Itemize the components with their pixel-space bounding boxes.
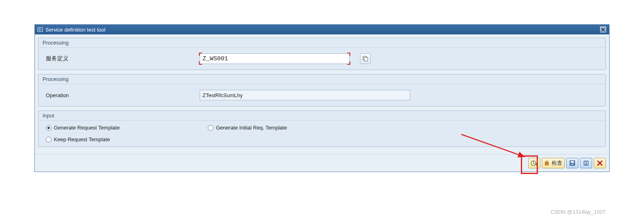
service-definition-label: 服务定义	[46, 55, 192, 62]
group-processing-2: Processing Operation	[38, 74, 606, 106]
radio-icon	[46, 125, 51, 131]
dialog-title: Service definition test tool	[45, 27, 105, 33]
svg-rect-2	[364, 57, 368, 61]
group-processing-1: Processing 服务定义	[38, 38, 606, 70]
dialog-window: Service definition test tool Processing …	[34, 24, 610, 172]
radio-generate-initial-req-template[interactable]: Generate Initial Req. Template	[208, 125, 370, 131]
radio-icon	[208, 125, 213, 131]
watermark: CSDN @1314lay_1007	[551, 209, 606, 215]
service-definition-input-wrapper	[200, 53, 350, 64]
radio-icon	[46, 137, 51, 142]
group-header: Input	[38, 111, 606, 121]
bottom-toolbar: 检查	[35, 154, 609, 172]
group-input: Input Generate Request Template Generate…	[38, 110, 606, 147]
f4-help-button[interactable]	[360, 53, 371, 64]
svg-rect-8	[571, 164, 574, 165]
radio-keep-request-template[interactable]: Keep Request Template	[46, 136, 208, 142]
operation-input[interactable]	[200, 90, 410, 100]
radio-label: Generate Initial Req. Template	[216, 125, 287, 131]
operation-label: Operation	[46, 92, 192, 98]
window-icon	[37, 27, 43, 32]
dialog-content: Processing 服务定义	[35, 34, 609, 154]
group-header: Processing	[38, 38, 606, 48]
svg-rect-10	[586, 162, 586, 163]
close-button[interactable]	[599, 26, 607, 33]
execute-button[interactable]	[528, 158, 540, 168]
service-definition-input[interactable]	[200, 53, 350, 64]
check-button[interactable]: 检查	[542, 158, 565, 168]
cancel-button[interactable]	[594, 158, 606, 168]
radio-label: Keep Request Template	[54, 136, 110, 142]
radio-generate-request-template[interactable]: Generate Request Template	[46, 125, 208, 131]
save-button[interactable]	[566, 158, 578, 168]
svg-rect-7	[571, 161, 574, 163]
group-header: Processing	[38, 74, 606, 84]
info-button[interactable]	[580, 158, 592, 168]
svg-rect-11	[586, 163, 586, 165]
check-button-label: 检查	[552, 159, 562, 167]
radio-label: Generate Request Template	[54, 125, 119, 131]
title-bar: Service definition test tool	[35, 25, 609, 34]
